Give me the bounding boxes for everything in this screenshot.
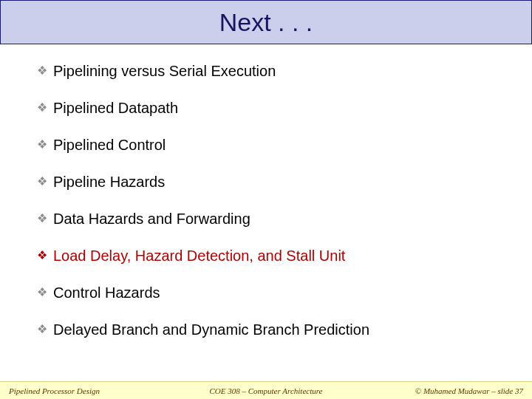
bullet-label: Delayed Branch and Dynamic Branch Predic… [53, 321, 369, 338]
diamond-bullet-icon: ❖ [37, 173, 47, 191]
slide-content: ❖ Pipelining versus Serial Execution ❖ P… [0, 44, 532, 338]
list-item: ❖ Pipelining versus Serial Execution [37, 62, 495, 80]
list-item: ❖ Data Hazards and Forwarding [37, 210, 495, 228]
bullet-label: Pipelined Control [53, 136, 166, 154]
diamond-bullet-icon: ❖ [37, 99, 47, 117]
slide-footer: Pipelined Processor Design COE 308 – Com… [0, 381, 532, 399]
bullet-label: Data Hazards and Forwarding [53, 210, 250, 228]
list-item: ❖ Pipelined Control [37, 136, 495, 154]
bullet-label: Pipelined Datapath [53, 99, 178, 117]
diamond-bullet-icon: ❖ [37, 321, 47, 338]
slide-title: Next . . . [219, 8, 313, 37]
diamond-bullet-icon: ❖ [37, 210, 47, 228]
list-item: ❖ Pipeline Hazards [37, 173, 495, 191]
bullet-label: Control Hazards [53, 284, 160, 301]
bullet-label: Pipelining versus Serial Execution [53, 62, 276, 80]
diamond-bullet-icon: ❖ [37, 284, 47, 301]
list-item: ❖ Delayed Branch and Dynamic Branch Pred… [37, 321, 495, 338]
bullet-label: Pipeline Hazards [53, 173, 165, 191]
diamond-bullet-icon: ❖ [37, 247, 47, 265]
bullet-label: Load Delay, Hazard Detection, and Stall … [53, 247, 345, 265]
footer-center-text: COE 308 – Computer Architecture [180, 386, 352, 395]
footer-right-text: © Muhamed Mudawar – slide 37 [352, 386, 523, 395]
list-item: ❖ Control Hazards [37, 284, 495, 301]
title-bar: Next . . . [0, 0, 532, 44]
diamond-bullet-icon: ❖ [37, 62, 47, 80]
list-item: ❖ Load Delay, Hazard Detection, and Stal… [37, 247, 495, 265]
footer-left-text: Pipelined Processor Design [9, 386, 180, 395]
list-item: ❖ Pipelined Datapath [37, 99, 495, 117]
diamond-bullet-icon: ❖ [37, 136, 47, 154]
